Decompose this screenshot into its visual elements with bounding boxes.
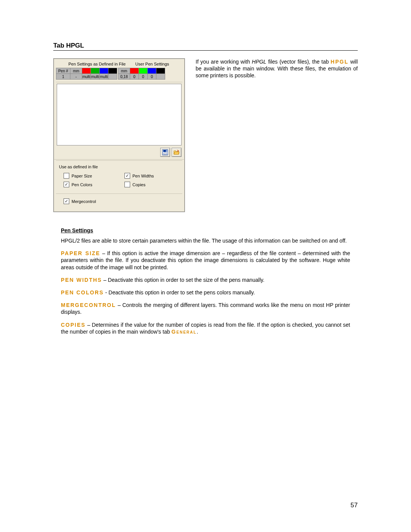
color-swatch-green xyxy=(91,68,99,73)
body-paragraph: PEN WIDTHS – Deactivate this option in o… xyxy=(61,276,350,283)
col-mm: mm xyxy=(118,68,130,74)
pen-colors-keyword: PEN COLORS xyxy=(61,289,104,296)
checkbox-copies[interactable]: Copies xyxy=(119,180,180,189)
folder-open-icon xyxy=(174,149,180,155)
checkbox-label: Mergecontrol xyxy=(72,199,96,204)
body-paragraph: HPGL/2 files are able to store certain p… xyxy=(61,237,350,244)
checkbox-icon xyxy=(64,173,69,179)
color-swatch-blue xyxy=(148,68,156,73)
user-pen-table: mm 0,18 0 0 0 xyxy=(118,68,165,80)
color-swatch-black xyxy=(156,68,165,73)
color-swatch-black xyxy=(108,68,117,73)
svg-rect-2 xyxy=(164,153,167,155)
checkbox-label: Copies xyxy=(132,182,145,187)
pen-settings-heading: Pen Settings xyxy=(61,227,358,233)
table-row: 1 - multi multi multi xyxy=(56,74,117,80)
file-settings-label: Pen Settings as Defined in File xyxy=(68,62,126,66)
color-swatch-blue xyxy=(100,68,108,73)
col-pen-num: Pen # xyxy=(56,68,70,74)
body-paragraph: PAPER SIZE – If this option is active th… xyxy=(61,250,350,271)
checkbox-mergecontrol[interactable]: ✓ Mergecontrol xyxy=(58,197,180,206)
checkbox-icon xyxy=(124,182,130,187)
save-button[interactable] xyxy=(160,148,170,157)
user-settings-label: User Pen Settings xyxy=(135,62,169,66)
general-keyword: General xyxy=(172,329,197,335)
page-number: 57 xyxy=(350,502,358,509)
intro-paragraph: If you are working with HPGL files (vect… xyxy=(196,58,358,79)
color-swatch-green xyxy=(139,68,147,73)
pen-widths-keyword: PEN WIDTHS xyxy=(61,277,102,283)
table-row: 0,18 0 0 0 xyxy=(118,74,165,80)
color-swatch-red xyxy=(82,68,91,73)
file-pen-table: Pen # mm 1 - multi multi multi xyxy=(56,68,117,80)
checkbox-label: Pen Colors xyxy=(72,182,92,187)
copies-keyword: COPIES xyxy=(61,322,86,328)
checkbox-icon: ✓ xyxy=(64,198,69,204)
body-paragraph: PEN COLORS - Deactivate this option in o… xyxy=(61,289,350,296)
open-button[interactable] xyxy=(172,148,182,157)
section-title: Tab HPGL xyxy=(53,42,358,51)
hpgl-dialog: Pen Settings as Defined in File User Pen… xyxy=(53,58,185,212)
floppy-icon xyxy=(162,149,168,155)
checkbox-icon: ✓ xyxy=(124,173,130,179)
hpgl-keyword: HPGL xyxy=(331,59,349,65)
col-mm: mm xyxy=(70,68,82,74)
checkbox-label: Paper Size xyxy=(72,174,92,178)
checkbox-pen-widths[interactable]: ✓ Pen Widths xyxy=(119,171,180,180)
mergecontrol-keyword: MERGECONTROL xyxy=(61,302,116,308)
checkbox-paper-size[interactable]: Paper Size xyxy=(58,171,119,180)
checkbox-pen-colors[interactable]: ✓ Pen Colors xyxy=(58,180,119,189)
body-paragraph: MERGECONTROL – Controls the merging of d… xyxy=(61,302,350,315)
color-swatch-red xyxy=(130,68,139,73)
svg-rect-3 xyxy=(166,150,167,152)
paper-size-keyword: PAPER SIZE xyxy=(61,250,100,256)
checkbox-icon: ✓ xyxy=(64,182,69,187)
body-paragraph: COPIES – Determines if the value for the… xyxy=(61,321,350,335)
group-title: Use as defined in file xyxy=(58,163,180,171)
pen-list-area[interactable] xyxy=(57,84,182,145)
checkbox-label: Pen Widths xyxy=(132,174,154,178)
